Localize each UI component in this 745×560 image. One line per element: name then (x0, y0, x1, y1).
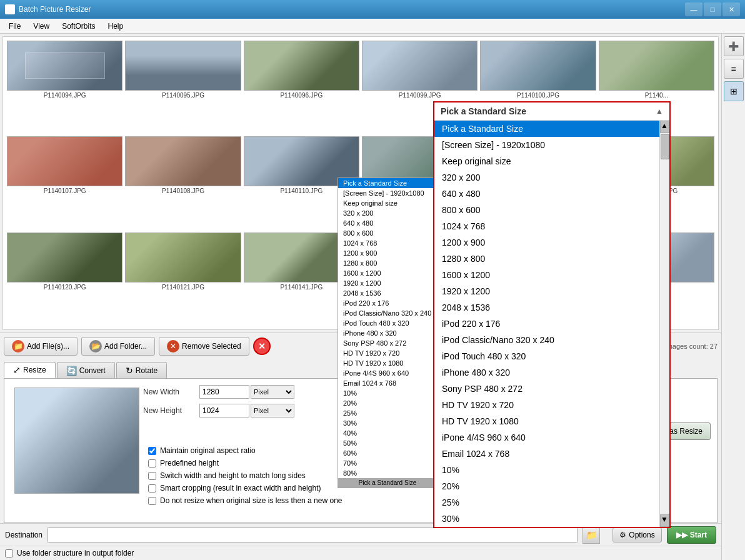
mini-dropdown-item[interactable]: 25% (338, 408, 437, 418)
new-width-input[interactable] (199, 385, 249, 399)
dropdown-item-24[interactable]: 30% (434, 511, 669, 527)
sidebar-grid-button[interactable]: ⊞ (724, 81, 744, 101)
close-button[interactable]: ✕ (722, 2, 740, 16)
mini-dropdown-item[interactable]: 10% (338, 388, 437, 398)
mini-dropdown-item[interactable]: 30% (338, 418, 437, 428)
add-folder-button[interactable]: 📂 Add Folder... (81, 337, 155, 356)
options-button[interactable]: ⚙ Options (612, 528, 661, 542)
mini-dropdown-item[interactable]: 70% (338, 458, 437, 468)
mini-dropdown-item[interactable]: 800 x 600 (338, 228, 437, 238)
dropdown-item-3[interactable]: 320 x 200 (434, 169, 669, 186)
height-unit-select[interactable]: Pixel % (251, 404, 294, 418)
mini-dropdown-item[interactable]: 1024 x 768 (338, 238, 437, 248)
mini-dropdown-item[interactable]: Keep original size (338, 198, 437, 208)
tab-resize[interactable]: ⤢ Resize (4, 362, 56, 378)
dropdown-item-1[interactable]: [Screen Size] - 1920x1080 (434, 137, 669, 153)
dropdown-item-5[interactable]: 800 x 600 (434, 202, 669, 218)
dropdown-item-0[interactable]: Pick a Standard Size (434, 121, 669, 137)
mini-dropdown-item[interactable]: 1200 x 900 (338, 248, 437, 258)
list-item[interactable]: P1140095.JPG (125, 41, 241, 134)
mini-dropdown-item[interactable]: 2048 x 1536 (338, 288, 437, 298)
folder-structure-checkbox[interactable] (5, 549, 13, 558)
dropdown-item-6[interactable]: 1024 x 768 (434, 218, 669, 234)
cancel-button[interactable]: ✕ (253, 338, 271, 355)
mini-dropdown-item[interactable]: iPod Classic/Nano 320 x 240 (338, 308, 437, 318)
destination-input[interactable] (48, 528, 578, 542)
maintain-aspect-checkbox[interactable] (148, 447, 156, 455)
scrollbar-up-button[interactable]: ▲ (660, 121, 669, 133)
mini-dropdown-item[interactable]: 60% (338, 448, 437, 458)
mini-dropdown-item[interactable]: Email 1024 x 768 (338, 378, 437, 388)
mini-dropdown-item[interactable]: 320 x 200 (338, 208, 437, 218)
mini-dropdown-item[interactable]: Sony PSP 480 x 272 (338, 338, 437, 348)
mini-dropdown-item[interactable]: 20% (338, 398, 437, 408)
menu-softorbits[interactable]: SoftOrbits (56, 21, 101, 32)
dropdown-item-16[interactable]: Sony PSP 480 x 272 (434, 381, 669, 397)
mini-dropdown[interactable]: Pick a Standard Size [Screen Size] - 192… (338, 178, 438, 488)
mini-dropdown-item[interactable]: 1600 x 1200 (338, 268, 437, 278)
dropdown-item-15[interactable]: iPhone 480 x 320 (434, 364, 669, 381)
predefined-height-checkbox[interactable] (148, 459, 156, 468)
dropdown-item-8[interactable]: 1280 x 800 (434, 251, 669, 267)
no-resize-smaller-checkbox[interactable] (148, 497, 156, 505)
mini-dropdown-item[interactable]: 50% (338, 438, 437, 448)
mini-dropdown-item[interactable]: HD TV 1920 x 1080 (338, 358, 437, 368)
tab-rotate[interactable]: ↻ Rotate (116, 362, 167, 378)
scrollbar-thumb[interactable] (661, 134, 669, 159)
mini-dropdown-item[interactable]: 80% (338, 468, 437, 478)
add-files-button[interactable]: 📁 Add File(s)... (4, 337, 78, 356)
dropdown-close-arrow[interactable]: ▲ (656, 107, 663, 116)
mini-dropdown-item[interactable]: [Screen Size] - 1920x1080 (338, 188, 437, 198)
sidebar-list-button[interactable]: ≡ (724, 59, 744, 79)
mini-dropdown-item[interactable]: iPod Touch 480 x 320 (338, 318, 437, 328)
mini-dropdown-item[interactable]: HD TV 1920 x 720 (338, 348, 437, 358)
mini-dropdown-item[interactable]: 640 x 480 (338, 218, 437, 228)
dropdown-item-18[interactable]: HD TV 1920 x 1080 (434, 413, 669, 429)
dropdown-item-20[interactable]: Email 1024 x 768 (434, 446, 669, 462)
list-item[interactable]: P1140107.JPG (7, 136, 122, 229)
dropdown-item-22[interactable]: 20% (434, 478, 669, 494)
mini-dropdown-item[interactable]: 1920 x 1200 (338, 278, 437, 288)
mini-dropdown-item[interactable]: iPhone 480 x 320 (338, 328, 437, 338)
width-unit-select[interactable]: Pixel % (251, 385, 294, 399)
sidebar-add-button[interactable]: ➕ (724, 36, 744, 56)
dropdown-item-9[interactable]: 1600 x 1200 (434, 267, 669, 283)
list-item[interactable]: P1140094.JPG (7, 41, 122, 134)
dropdown-item-10[interactable]: 1920 x 1200 (434, 283, 669, 299)
dropdown-header[interactable]: Pick a Standard Size ▲ (434, 102, 669, 121)
menu-help[interactable]: Help (102, 21, 130, 32)
dropdown-item-12[interactable]: iPod 220 x 176 (434, 316, 669, 332)
dropdown-item-2[interactable]: Keep original size (434, 153, 669, 169)
dropdown-item-7[interactable]: 1200 x 900 (434, 234, 669, 251)
dropdown-item-11[interactable]: 2048 x 1536 (434, 299, 669, 316)
mini-dropdown-item[interactable]: Pick a Standard Size (338, 178, 437, 188)
dropdown-item-13[interactable]: iPod Classic/Nano 320 x 240 (434, 332, 669, 348)
mini-dropdown-item[interactable]: 1280 x 800 (338, 258, 437, 268)
dropdown-scrollbar[interactable]: ▲ ▼ (659, 121, 669, 527)
dropdown-item-21[interactable]: 10% (434, 462, 669, 478)
switch-dimensions-checkbox[interactable] (148, 472, 156, 480)
smart-cropping-checkbox[interactable] (148, 484, 156, 492)
list-item[interactable]: P1140120.JPG (7, 232, 122, 326)
mini-dropdown-item[interactable]: 40% (338, 428, 437, 438)
dropdown-item-14[interactable]: iPod Touch 480 x 320 (434, 348, 669, 364)
menu-file[interactable]: File (2, 21, 27, 32)
dropdown-item-23[interactable]: 25% (434, 494, 669, 511)
scrollbar-down-button[interactable]: ▼ (660, 514, 669, 527)
dropdown-item-4[interactable]: 640 x 480 (434, 186, 669, 202)
list-item[interactable]: P1140108.JPG (125, 136, 241, 229)
menu-view[interactable]: View (27, 21, 56, 32)
remove-selected-button[interactable]: ✕ Remove Selected (159, 337, 249, 356)
minimize-button[interactable]: — (685, 2, 702, 16)
dropdown-item-19[interactable]: iPone 4/4S 960 x 640 (434, 429, 669, 446)
mini-dropdown-item[interactable]: iPod 220 x 176 (338, 298, 437, 308)
list-item[interactable]: P1140121.JPG (125, 232, 241, 326)
destination-browse-button[interactable]: 📁 (582, 526, 600, 544)
list-item[interactable]: P1140096.JPG (244, 41, 359, 134)
tab-convert[interactable]: 🔄 Convert (57, 362, 115, 378)
dropdown-item-17[interactable]: HD TV 1920 x 720 (434, 397, 669, 413)
standard-size-dropdown[interactable]: Pick a Standard Size ▲ Pick a Standard S… (433, 101, 671, 528)
mini-dropdown-item[interactable]: iPone 4/4S 960 x 640 (338, 368, 437, 378)
start-button[interactable]: ▶▶ Start (667, 526, 716, 544)
maximize-button[interactable]: □ (704, 2, 721, 16)
